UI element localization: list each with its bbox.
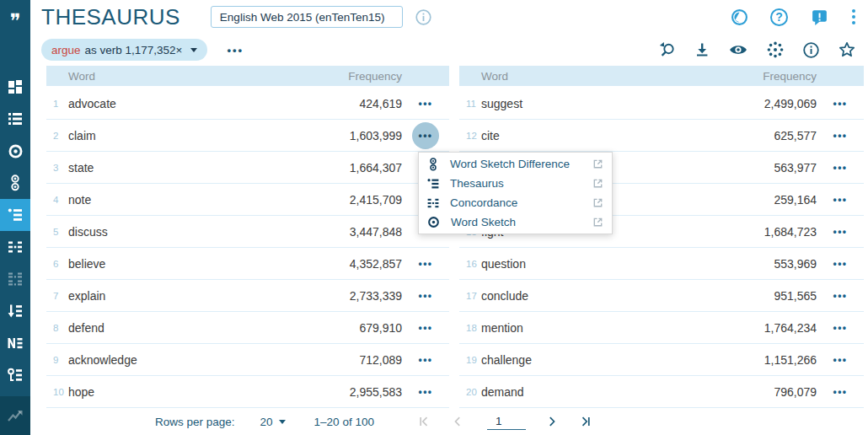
row-frequency: 2,415,709 (309, 193, 402, 207)
menu-item-word-sketch[interactable]: Word Sketch (419, 212, 612, 232)
sidebar-item-ngrams[interactable] (0, 327, 30, 359)
row-number: 5 (46, 227, 68, 237)
contrast-icon[interactable] (731, 8, 748, 26)
sidebar-item-wordlist[interactable] (0, 295, 30, 327)
row-word[interactable]: discuss (68, 225, 309, 239)
row-word[interactable]: state (68, 161, 309, 175)
results-area: Word Frequency 1 advocate 424,619 ••• 2 … (30, 66, 868, 408)
row-frequency: 1,603,999 (309, 129, 402, 142)
pagination-bar: Rows per page: 20 1–20 of 100 (30, 408, 868, 435)
menu-item-word-sketch-difference[interactable]: Word Sketch Difference (419, 154, 612, 174)
row-word[interactable]: believe (68, 257, 309, 271)
sidebar-item-concordance[interactable] (0, 231, 30, 263)
row-frequency: 2,499,069 (724, 97, 817, 110)
row-number: 18 (459, 323, 481, 333)
row-word[interactable]: challenge (481, 353, 724, 367)
row-word[interactable]: note (68, 193, 309, 207)
row-number: 4 (46, 195, 68, 205)
sidebar-item-corpora[interactable] (0, 103, 30, 135)
table-row: 6 believe 4,352,857 ••• (46, 248, 449, 280)
row-word[interactable]: demand (481, 385, 724, 399)
row-menu-button[interactable]: ••• (827, 379, 854, 405)
row-word[interactable]: conclude (481, 289, 724, 303)
row-number: 11 (459, 99, 481, 109)
row-menu-button[interactable]: ••• (827, 346, 854, 373)
row-menu-button[interactable]: ••• (412, 90, 439, 117)
download-icon[interactable] (694, 41, 710, 58)
sidebar-item-trends (0, 396, 30, 435)
rows-per-page-select[interactable]: 20 (260, 416, 286, 428)
row-number: 17 (459, 291, 481, 301)
row-word[interactable]: defend (68, 321, 309, 335)
row-word[interactable]: acknowledge (68, 353, 309, 367)
row-menu-button[interactable]: ••• (412, 282, 439, 309)
view-options-icon[interactable] (728, 41, 748, 58)
quotes-logo-icon: ❞ (10, 11, 21, 31)
table-row: 12 cite 625,577 ••• (459, 120, 864, 152)
row-menu-button[interactable]: ••• (827, 282, 854, 309)
query-chip[interactable]: argue as verb 1,177,352× (41, 39, 207, 61)
row-word[interactable]: explain (68, 289, 309, 303)
next-page-button[interactable] (541, 411, 563, 432)
row-word[interactable]: claim (68, 129, 309, 142)
page-header: THESAURUS ? (30, 0, 868, 34)
query-options-button[interactable]: ••• (228, 44, 244, 56)
row-menu-button[interactable]: ••• (827, 314, 854, 341)
row-menu-button[interactable]: ••• (827, 218, 854, 245)
row-menu-button[interactable]: ••• (412, 250, 439, 277)
modify-search-icon[interactable] (658, 41, 676, 59)
row-menu-button[interactable]: ••• (412, 314, 439, 341)
table-header: Word Frequency (46, 66, 449, 86)
row-menu-button[interactable]: ••• (827, 186, 854, 213)
external-link-icon[interactable] (592, 177, 604, 190)
sidebar-item-dashboard[interactable] (0, 71, 30, 103)
row-menu-button[interactable]: ••• (827, 250, 854, 277)
menu-item-thesaurus[interactable]: Thesaurus (419, 174, 612, 193)
first-page-icon (417, 415, 431, 428)
page-number-input[interactable] (487, 413, 526, 430)
row-frequency: 424,619 (309, 97, 402, 110)
info-icon[interactable] (802, 41, 820, 59)
last-page-button[interactable] (575, 411, 597, 432)
row-frequency: 2,733,339 (309, 289, 402, 303)
row-menu-button[interactable]: ••• (827, 90, 854, 117)
thesaurus-icon (7, 207, 24, 223)
row-frequency: 259,164 (724, 193, 817, 207)
row-menu-button[interactable]: ••• (412, 346, 439, 373)
row-word[interactable]: cite (481, 129, 724, 142)
table-row: 16 question 553,969 ••• (459, 248, 864, 280)
external-link-icon[interactable] (592, 196, 604, 209)
sketch-engine-logo[interactable]: ❞ (0, 0, 30, 42)
table-row: 17 conclude 951,565 ••• (459, 280, 864, 312)
external-link-icon[interactable] (592, 216, 604, 228)
row-menu-button[interactable]: ••• (412, 379, 439, 405)
corpus-input[interactable] (211, 6, 403, 28)
help-icon[interactable]: ? (770, 8, 788, 26)
row-word[interactable]: mention (481, 321, 724, 335)
row-word[interactable]: suggest (481, 97, 724, 110)
table-row: 19 challenge 1,151,266 ••• (459, 344, 864, 376)
row-word[interactable]: hope (68, 385, 309, 399)
row-word[interactable]: advocate (68, 97, 309, 110)
visualization-icon[interactable] (766, 40, 785, 59)
menu-item-concordance[interactable]: Concordance (419, 193, 612, 212)
row-frequency: 1,151,266 (724, 353, 817, 367)
wordlist-icon (7, 303, 24, 320)
kebab-menu-icon[interactable] (851, 8, 856, 26)
feedback-icon[interactable] (810, 8, 829, 27)
corpus-info-icon[interactable] (415, 8, 432, 26)
menu-item-label: Concordance (450, 196, 581, 209)
favorite-icon[interactable] (838, 40, 856, 59)
sidebar-item-keywords[interactable] (0, 359, 30, 391)
row-menu-button[interactable]: ••• (827, 154, 854, 181)
row-menu-button[interactable]: ••• (827, 122, 854, 149)
row-menu-button[interactable]: ••• (412, 122, 439, 149)
sidebar-item-word-sketch[interactable] (0, 135, 30, 167)
word-sketch-icon (7, 142, 24, 160)
chevron-down-icon (190, 48, 197, 52)
sidebar-item-word-sketch-difference[interactable] (0, 167, 30, 199)
sidebar-item-thesaurus[interactable] (0, 199, 30, 231)
row-frequency: 712,089 (309, 353, 402, 367)
row-word[interactable]: question (481, 257, 724, 271)
external-link-icon[interactable] (592, 158, 604, 170)
